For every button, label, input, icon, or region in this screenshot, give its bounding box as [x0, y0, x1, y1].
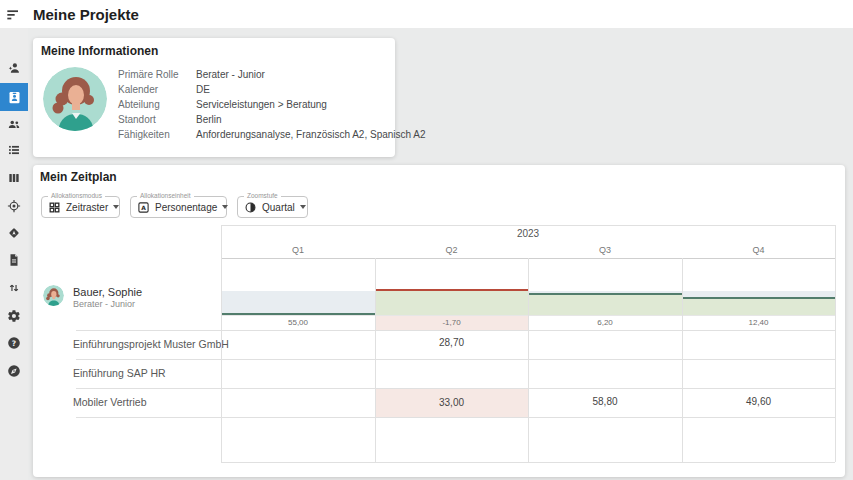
info-field-value: Serviceleistungen > Beratung	[196, 99, 327, 110]
project-cell[interactable]: 28,70	[375, 337, 528, 348]
grid-line	[221, 225, 222, 462]
avatar	[43, 285, 64, 306]
gear-icon[interactable]	[7, 309, 21, 323]
timeline-year: 2023	[221, 228, 835, 239]
my-location-icon[interactable]	[7, 199, 21, 213]
explore-compass-icon[interactable]	[7, 364, 21, 378]
sort-arrows-icon[interactable]	[7, 281, 21, 295]
project-row-name[interactable]: Einführungsprojekt Muster GmbH	[73, 338, 229, 350]
project-row-name[interactable]: Mobiler Vertrieb	[73, 396, 147, 408]
availability-value-q1[interactable]: 55,00	[221, 316, 375, 330]
grid-line	[76, 417, 835, 418]
info-field-value: DE	[196, 84, 210, 95]
svg-text:?: ?	[12, 339, 16, 348]
avatar	[43, 67, 107, 131]
grid-line	[76, 388, 835, 389]
grid-line	[76, 330, 835, 331]
availability-value-q3[interactable]: 6,20	[528, 316, 682, 330]
info-field-label: Standort	[118, 114, 156, 125]
chevron-down-icon	[113, 205, 119, 209]
allocation-mode-select[interactable]: Allokationsmodus Zeitraster	[41, 196, 120, 218]
info-field-label: Kalender	[118, 84, 158, 95]
zoom-level-select[interactable]: Zoomstufe Quartal	[237, 196, 308, 218]
quarter-label: Q4	[682, 245, 835, 255]
quarter-label: Q3	[528, 245, 682, 255]
grid-line	[221, 225, 835, 226]
quarter-label: Q2	[375, 245, 528, 255]
quarter-label: Q1	[221, 245, 375, 255]
document-icon[interactable]	[7, 253, 21, 267]
availability-value-q4[interactable]: 12,40	[682, 316, 835, 330]
navigation-diamond-icon[interactable]	[7, 226, 21, 240]
zoom-level-label: Zoomstufe	[244, 192, 281, 199]
project-cell[interactable]: 49,60	[682, 396, 835, 407]
availability-value-q2[interactable]: -1,70	[375, 315, 528, 330]
allocation-band-q4[interactable]	[682, 297, 835, 315]
allocation-mode-label: Allokationsmodus	[48, 192, 105, 199]
info-field-label: Primäre Rolle	[118, 69, 179, 80]
contrast-icon	[244, 201, 257, 214]
group-icon[interactable]	[7, 117, 21, 131]
allocation-unit-value: Personentage	[155, 202, 217, 213]
grid-line	[835, 225, 836, 462]
grid-line	[682, 258, 683, 462]
info-card-title: Meine Informationen	[41, 44, 158, 58]
allocation-band-q3[interactable]	[528, 293, 682, 315]
view-columns-icon[interactable]	[7, 171, 21, 185]
page-title: Meine Projekte	[33, 6, 139, 23]
topbar: Meine Projekte	[0, 0, 853, 28]
chevron-down-icon	[300, 205, 306, 209]
allocation-mode-value: Zeitraster	[66, 202, 108, 213]
info-field-value: Berater - Junior	[196, 69, 265, 80]
grid-line	[528, 258, 529, 462]
project-row-name[interactable]: Einführung SAP HR	[73, 367, 166, 379]
info-field-value: Berlin	[196, 114, 222, 125]
page: Meine Projekte	[0, 0, 853, 480]
allocation-unit-label: Allokationseinheit	[137, 192, 194, 199]
info-field-label: Fähigkeiten	[118, 129, 170, 140]
help-icon[interactable]: ?	[7, 336, 21, 350]
person-name[interactable]: Bauer, Sophie	[73, 286, 142, 298]
info-field-label: Abteilung	[118, 99, 160, 110]
project-cell-negative[interactable]: 33,00	[375, 389, 528, 417]
capacity-band-q1[interactable]	[221, 291, 375, 315]
sidebar-item-profile-active[interactable]	[0, 83, 28, 111]
svg-text:A: A	[141, 203, 146, 210]
allocation-band-q2[interactable]	[375, 289, 528, 315]
grid-line	[76, 359, 835, 360]
schedule-card-title: Mein Zeitplan	[40, 170, 117, 184]
badge-icon	[7, 90, 22, 105]
info-field-value: Anforderungsanalyse, Französisch A2, Spa…	[196, 129, 426, 140]
project-cell[interactable]: 58,80	[528, 396, 682, 407]
grid-line	[375, 258, 376, 462]
sidebar: ?	[0, 28, 28, 480]
menu-icon[interactable]	[6, 7, 22, 21]
list-icon[interactable]	[7, 143, 21, 157]
person-accent-icon[interactable]	[7, 61, 21, 75]
letter-a-icon: A	[137, 201, 150, 214]
grid-icon	[48, 201, 61, 214]
zoom-level-value: Quartal	[262, 202, 295, 213]
grid-line	[221, 462, 835, 463]
chevron-down-icon	[222, 205, 228, 209]
person-role: Berater - Junior	[73, 299, 135, 309]
allocation-unit-select[interactable]: Allokationseinheit A Personentage	[130, 196, 227, 218]
